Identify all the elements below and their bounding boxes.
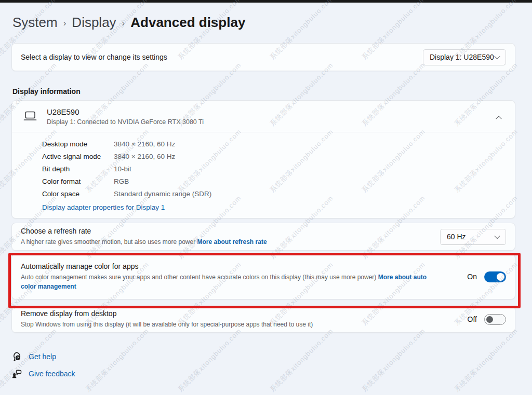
detail-row-bit-depth: Bit depth 10-bit <box>42 162 506 175</box>
auto-color-description: Auto color management makes sure your ap… <box>21 273 441 291</box>
remove-display-card: Remove display from desktop Stop Windows… <box>11 306 515 333</box>
remove-display-text: Remove display from desktop Stop Windows… <box>21 309 313 329</box>
feedback-person-icon <box>11 369 22 379</box>
breadcrumb: System › Display › Advanced display <box>12 15 515 31</box>
display-information-titles: U28E590 Display 1: Connected to NVIDIA G… <box>47 107 204 126</box>
auto-color-toggle-group: On <box>467 271 506 282</box>
remove-display-toggle[interactable] <box>484 314 506 325</box>
detail-row-active-signal-mode: Active signal mode 3840 × 2160, 60 Hz <box>42 150 506 162</box>
give-feedback-label: Give feedback <box>29 370 75 378</box>
breadcrumb-display[interactable]: Display <box>72 15 116 31</box>
remove-display-toggle-state: Off <box>468 315 477 323</box>
laptop-display-icon <box>23 111 37 124</box>
refresh-rate-description-text: A higher rate gives smoother motion, but… <box>21 238 195 246</box>
refresh-rate-dropdown[interactable]: 60 Hz <box>440 229 506 245</box>
auto-color-toggle-state: On <box>467 273 477 281</box>
detail-label: Active signal mode <box>42 153 114 160</box>
detail-label: Color space <box>42 190 114 198</box>
display-select-value: Display 1: U28E590 <box>430 53 494 61</box>
refresh-rate-title: Choose a refresh rate <box>21 227 267 235</box>
detail-value: RGB <box>114 178 129 185</box>
detail-label: Color format <box>42 178 114 185</box>
breadcrumb-separator: › <box>122 18 125 29</box>
window-top-bar <box>0 0 532 3</box>
refresh-rate-value: 60 Hz <box>447 233 466 241</box>
remove-display-toggle-group: Off <box>468 314 506 325</box>
detail-row-color-format: Color format RGB <box>42 175 506 187</box>
display-information-heading: Display information <box>12 87 515 96</box>
refresh-rate-card: Choose a refresh rate A higher rate give… <box>11 223 515 251</box>
refresh-rate-description: A higher rate gives smoother motion, but… <box>21 237 267 247</box>
detail-value: 3840 × 2160, 60 Hz <box>114 140 175 148</box>
collapse-card-button[interactable] <box>497 112 501 121</box>
auto-color-description-text: Auto color management makes sure your ap… <box>21 274 376 281</box>
chevron-down-icon <box>494 233 500 238</box>
footer-links: ? Get help Give feedback <box>11 351 515 379</box>
svg-text:?: ? <box>17 356 19 360</box>
page-title: Advanced display <box>130 15 245 31</box>
toggle-knob <box>497 273 504 281</box>
display-information-card: U28E590 Display 1: Connected to NVIDIA G… <box>11 100 515 219</box>
display-information-header: U28E590 Display 1: Connected to NVIDIA G… <box>12 101 515 132</box>
detail-value: 10-bit <box>114 165 131 173</box>
monitor-name: U28E590 <box>47 107 204 116</box>
display-select-dropdown[interactable]: Display 1: U28E590 <box>423 49 506 65</box>
select-display-label: Select a display to view or change its s… <box>21 53 167 61</box>
get-help-link[interactable]: ? Get help <box>11 351 56 362</box>
remove-display-title: Remove display from desktop <box>21 309 313 318</box>
detail-row-color-space: Color space Standard dynamic range (SDR) <box>42 187 506 200</box>
breadcrumb-system[interactable]: System <box>12 15 58 31</box>
monitor-connection: Display 1: Connected to NVIDIA GeForce R… <box>47 118 204 126</box>
detail-row-desktop-mode: Desktop mode 3840 × 2160, 60 Hz <box>42 138 506 150</box>
detail-label: Desktop mode <box>42 140 114 148</box>
display-details: Desktop mode 3840 × 2160, 60 Hz Active s… <box>12 132 515 218</box>
more-about-refresh-rate-link[interactable]: More about refresh rate <box>197 238 267 246</box>
get-help-label: Get help <box>29 352 56 361</box>
display-adapter-properties-link[interactable]: Display adapter properties for Display 1 <box>42 203 165 211</box>
auto-color-title: Automatically manage color for apps <box>21 262 441 270</box>
help-bubble-icon: ? <box>11 351 22 362</box>
chevron-up-icon <box>496 116 501 121</box>
chevron-down-icon <box>494 53 500 59</box>
breadcrumb-separator: › <box>63 18 66 29</box>
remove-display-description: Stop Windows from using this display (it… <box>21 320 313 329</box>
detail-value: 3840 × 2160, 60 Hz <box>114 153 175 160</box>
auto-color-text: Automatically manage color for apps Auto… <box>21 262 441 291</box>
select-display-card: Select a display to view or change its s… <box>11 43 515 71</box>
refresh-rate-text: Choose a refresh rate A higher rate give… <box>21 227 267 247</box>
auto-color-toggle[interactable] <box>484 271 506 282</box>
toggle-knob <box>486 316 493 323</box>
detail-label: Bit depth <box>42 165 114 173</box>
auto-color-card: Automatically manage color for apps Auto… <box>11 254 515 299</box>
give-feedback-link[interactable]: Give feedback <box>11 369 75 379</box>
detail-value: Standard dynamic range (SDR) <box>114 190 211 198</box>
